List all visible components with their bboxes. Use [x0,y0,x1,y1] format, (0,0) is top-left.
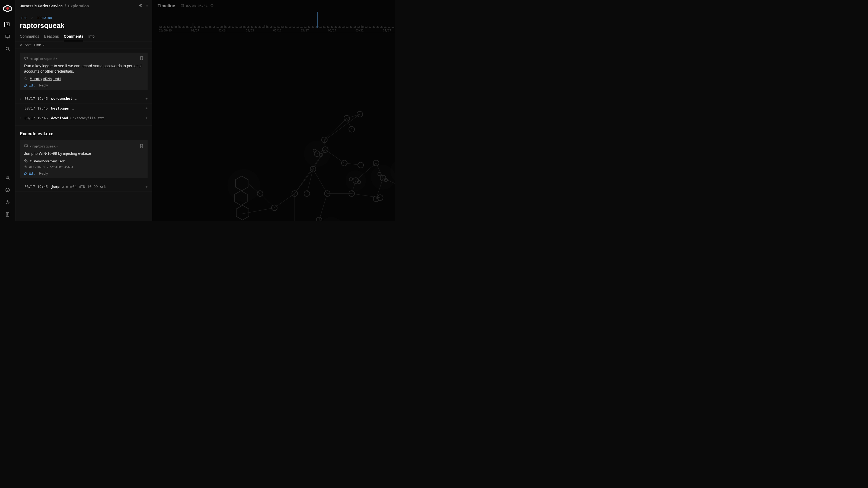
svg-point-79 [357,111,363,117]
tabs: Commands Beacons Comments Info [16,32,152,41]
log-add-icon[interactable]: + [145,185,148,189]
tab-commands[interactable]: Commands [20,32,39,41]
breadcrumb-org[interactable]: Jurrassic Parks Service [20,4,63,8]
log-row[interactable]: › 08/17 19:45 keylogger … + [16,104,152,113]
log-add-icon[interactable]: + [145,97,148,101]
calendar-icon [181,4,184,8]
content: <raptorsqueak> Run a key logger to see i… [16,49,152,221]
nav-help-icon[interactable] [5,187,10,193]
svg-point-24 [25,166,26,167]
tab-beacons[interactable]: Beacons [44,32,59,41]
svg-line-45 [324,118,347,140]
expand-icon[interactable]: › [20,97,22,101]
edit-label: Edit [29,171,34,175]
svg-point-89 [304,191,310,196]
log-row[interactable]: › 08/17 19:45 download C:\some\file.txt … [16,113,152,123]
crumb-operator[interactable]: OPERATOR [37,16,52,20]
svg-line-54 [313,169,328,194]
meta-pid: 45631 [65,165,73,169]
svg-point-9 [7,176,8,178]
edit-button[interactable]: Edit [24,171,34,175]
nav-settings-icon[interactable] [5,199,10,205]
svg-line-56 [319,194,327,220]
log-row[interactable]: › 08/17 19:45 jump winrm64 WIN-10-99 smb… [16,182,152,192]
sort-caret-icon[interactable]: ▾ [43,44,44,46]
tag-lateral[interactable]: #LateralMovement [30,159,57,163]
breadcrumb: Jurrassic Parks Service / Exploration [20,4,89,8]
svg-point-18 [147,5,148,6]
tag-identity[interactable]: #Identity [30,77,42,81]
tab-comments[interactable]: Comments [64,32,83,41]
nav-search-icon[interactable] [5,46,10,52]
tag-dna[interactable]: #DNA [43,77,52,81]
log-cmd: screenshot [51,97,72,101]
network-graph[interactable] [152,32,395,221]
comment-author: <raptorsqueak> [30,57,58,61]
crumb-sep: / [31,16,33,20]
nav-explore-icon[interactable] [4,22,10,27]
bookmark-icon[interactable] [140,56,143,61]
log-add-icon[interactable]: + [145,106,148,110]
meta-host: WIN-10-99 [29,165,45,169]
nav-user-icon[interactable] [5,175,10,181]
svg-point-17 [147,4,148,5]
sort-row: Sort: Time ▾ [16,41,152,49]
svg-line-67 [242,208,274,214]
svg-line-26 [26,166,26,167]
meta-sep: / [47,165,49,169]
comment-card: <raptorsqueak> Run a key logger to see i… [20,53,148,90]
sort-value[interactable]: Time [34,43,41,47]
nav-hosts-icon[interactable] [5,34,10,39]
add-tag[interactable]: +Add [53,77,61,81]
svg-point-23 [25,160,26,161]
comment-body: Jump to WIN-10-99 by injecting evil.exe [24,151,143,156]
nav-docs-icon[interactable] [5,212,10,217]
log-args: … [74,97,77,101]
comment-head: <raptorsqueak> [24,56,143,61]
crumb-home[interactable]: HOME [20,16,28,20]
add-tag[interactable]: +Add [58,159,65,163]
log-timestamp: 08/17 19:45 [24,116,48,120]
bookmark-icon[interactable] [140,144,143,149]
log-timestamp: 08/17 19:45 [24,185,48,189]
comment-actions: Edit Reply [24,83,143,87]
svg-line-57 [352,194,380,198]
breadcrumb-view[interactable]: Exploration [68,4,89,8]
expand-icon[interactable]: › [20,106,22,110]
edit-button[interactable]: Edit [24,83,34,87]
tag-row: #Identity #DNA +Add [24,77,143,81]
timeline-title: Timeline [158,3,175,8]
svg-point-39 [227,169,260,202]
svg-line-64 [274,194,294,208]
svg-line-63 [376,198,380,199]
svg-point-7 [6,47,9,50]
sort-close-icon[interactable] [20,43,23,47]
collapse-panel-icon[interactable] [138,3,142,8]
tag-icon [24,159,28,163]
svg-rect-27 [181,4,184,7]
timeline-header: Timeline 02/08-05/04 Play [152,0,395,12]
timeline-scrubber[interactable] [317,12,318,27]
tag-row: #LateralMovement +Add [24,159,143,163]
timeline-range[interactable]: 02/08-05/04 [181,4,208,8]
refresh-icon[interactable] [210,3,214,8]
divider [16,125,152,126]
more-menu-icon[interactable] [147,3,148,8]
svg-marker-78 [236,205,249,220]
svg-point-25 [26,167,27,168]
app-logo [2,4,13,12]
log-add-icon[interactable]: + [145,116,148,120]
crumbs: HOME / OPERATOR [16,12,152,20]
reply-button[interactable]: Reply [39,171,48,175]
icon-rail [0,0,16,221]
timeline-chart[interactable]: 02/08/1902/1702/2403/0303/1003/1703/2403… [158,12,395,32]
comment-head: <raptorsqueak> [24,144,143,149]
expand-icon[interactable]: › [20,185,22,188]
expand-icon[interactable]: › [20,116,22,120]
log-cmd: download [51,116,68,120]
tab-info[interactable]: Info [88,32,94,41]
log-row[interactable]: › 08/17 19:45 screenshot … + [16,94,152,104]
reply-button[interactable]: Reply [39,83,48,87]
graph-area[interactable] [152,32,395,221]
comment-body: Run a key logger to see if we can record… [24,63,143,74]
